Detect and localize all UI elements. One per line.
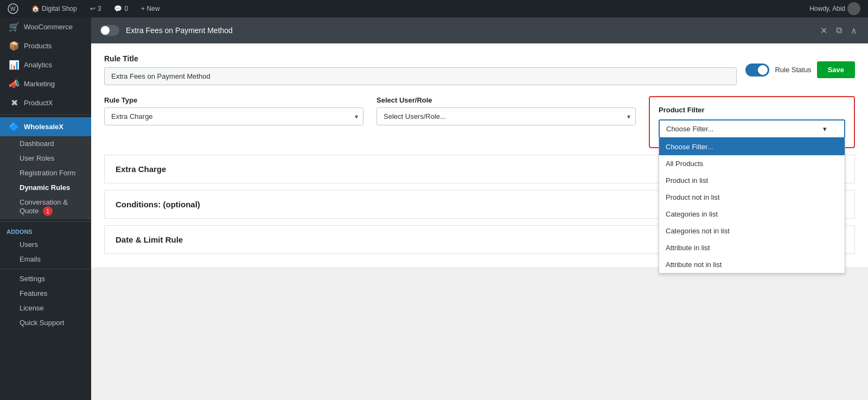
- close-rule-button[interactable]: ✕: [818, 23, 829, 38]
- sidebar-item-license[interactable]: License: [0, 301, 91, 315]
- sidebar-item-dashboard[interactable]: Dashboard: [0, 136, 91, 151]
- sidebar-item-products[interactable]: 📦 Products: [0, 36, 91, 55]
- sidebar-item-users[interactable]: Users: [0, 237, 91, 252]
- form-content: Rule Title Rule Status Save: [91, 43, 868, 267]
- copy-rule-button[interactable]: ⧉: [834, 23, 844, 37]
- revisions-btn[interactable]: ↩ 3: [87, 0, 105, 17]
- filter-option-all-products[interactable]: All Products: [659, 155, 845, 172]
- filter-option-product-not-in-list[interactable]: Product not in list: [659, 189, 845, 206]
- rule-title-label: Rule Title: [104, 54, 737, 63]
- sidebar: 🛒 WooCommerce 📦 Products 📊 Analytics 📣 M…: [0, 17, 91, 400]
- sidebar-item-user-roles[interactable]: User Roles: [0, 151, 91, 166]
- sidebar-item-features[interactable]: Features: [0, 286, 91, 301]
- rule-title-field-wrap: Rule Title: [104, 54, 737, 85]
- sidebar-item-productx[interactable]: ✖ ProductX: [0, 93, 91, 112]
- wholesalex-submenu: Dashboard User Roles Registration Form D…: [0, 136, 91, 219]
- filter-option-categories-not-in-list[interactable]: Categories not in list: [659, 223, 845, 239]
- rule-type-select[interactable]: Extra Charge: [104, 107, 363, 125]
- filter-select-display[interactable]: Choose Filter... ▾: [659, 119, 845, 138]
- rule-header-title: Extra Fees on Payment Method: [126, 26, 812, 35]
- conditions-title: Conditions: (optional): [116, 200, 200, 209]
- product-filter-label: Product Filter: [659, 106, 845, 114]
- divider-1: [0, 115, 91, 115]
- new-btn[interactable]: + New: [138, 0, 163, 17]
- revisions-icon: ↩: [90, 5, 95, 12]
- rule-title-bar: Extra Fees on Payment Method ✕ ⧉ ∧: [91, 17, 868, 43]
- user-role-col: Select User/Role Select Users/Role... ▾: [376, 96, 636, 125]
- collapse-rule-button[interactable]: ∧: [848, 23, 859, 38]
- filter-option-categories-in-list[interactable]: Categories in list: [659, 206, 845, 223]
- rule-title-row: Rule Title Rule Status Save: [104, 54, 855, 85]
- filter-option-product-in-list[interactable]: Product in list: [659, 172, 845, 189]
- divider-3: [0, 269, 91, 269]
- wp-logo-btn[interactable]: W: [4, 0, 22, 17]
- comments-btn[interactable]: 💬 0: [111, 0, 131, 17]
- filter-dropdown: Choose Filter... All Products Product in…: [659, 138, 845, 274]
- rule-status-label: Rule Status: [775, 66, 811, 74]
- avatar: [847, 2, 860, 15]
- user-role-label: Select User/Role: [376, 96, 636, 104]
- woocommerce-icon: 🛒: [9, 22, 20, 32]
- user-role-select[interactable]: Select Users/Role...: [376, 107, 636, 125]
- rule-enable-toggle[interactable]: [100, 25, 119, 36]
- wholesalex-icon: 🔷: [9, 122, 20, 132]
- rule-status-toggle[interactable]: [745, 64, 769, 77]
- home-icon: 🏠: [31, 5, 40, 12]
- filter-selected-value: Choose Filter...: [666, 125, 713, 133]
- products-icon: 📦: [9, 41, 20, 51]
- form-fields-row: Rule Type Extra Charge ▾ Select User/Rol…: [104, 96, 855, 148]
- rule-type-select-wrap: Extra Charge ▾: [104, 107, 363, 125]
- rule-title-actions: ✕ ⧉ ∧: [818, 23, 859, 38]
- main-wrapper: 🛒 WooCommerce 📦 Products 📊 Analytics 📣 M…: [0, 17, 868, 400]
- sidebar-item-conversation[interactable]: Conversation & Quote 1: [0, 195, 91, 219]
- addons-label: Addons: [0, 224, 91, 237]
- sidebar-item-dynamic-rules[interactable]: Dynamic Rules: [0, 180, 91, 195]
- filter-select-wrap: Choose Filter... ▾ Choose Filter... All …: [659, 119, 845, 138]
- rule-status-row: Rule Status Save: [745, 61, 855, 78]
- user-role-select-wrap: Select Users/Role... ▾: [376, 107, 636, 125]
- rule-type-col: Rule Type Extra Charge ▾: [104, 96, 363, 125]
- sidebar-item-emails[interactable]: Emails: [0, 252, 91, 266]
- admin-bar: W 🏠 Digital Shop ↩ 3 💬 0 + New Howdy, Ab…: [0, 0, 868, 17]
- productx-icon: ✖: [9, 98, 20, 108]
- filter-option-attribute-in-list[interactable]: Attribute in list: [659, 239, 845, 256]
- sidebar-item-registration-form[interactable]: Registration Form: [0, 166, 91, 180]
- product-filter-box: Product Filter Choose Filter... ▾ Choose…: [649, 96, 855, 148]
- divider-2: [0, 221, 91, 222]
- filter-option-choose[interactable]: Choose Filter...: [659, 138, 845, 155]
- analytics-icon: 📊: [9, 60, 20, 70]
- sidebar-item-wholesalex[interactable]: 🔷 WholesaleX: [0, 117, 91, 136]
- howdy-btn[interactable]: Howdy, Abid: [806, 0, 864, 17]
- content-area: Extra Fees on Payment Method ✕ ⧉ ∧ Rule …: [91, 17, 868, 400]
- conversation-badge: 1: [43, 206, 53, 216]
- marketing-icon: 📣: [9, 79, 20, 89]
- sidebar-item-quick-support[interactable]: Quick Support: [0, 315, 91, 330]
- filter-option-attribute-not-in-list[interactable]: Attribute not in list: [659, 256, 845, 273]
- svg-text:W: W: [10, 6, 16, 12]
- site-name-btn[interactable]: 🏠 Digital Shop: [28, 0, 80, 17]
- save-button[interactable]: Save: [817, 61, 855, 78]
- sidebar-item-settings[interactable]: Settings: [0, 271, 91, 286]
- date-limit-title: Date & Limit Rule: [116, 235, 183, 244]
- extra-charge-title: Extra Charge: [116, 164, 166, 174]
- filter-chevron-icon: ▾: [823, 125, 827, 133]
- sidebar-item-woocommerce[interactable]: 🛒 WooCommerce: [0, 17, 91, 36]
- comments-icon: 💬: [114, 5, 122, 12]
- rule-title-input[interactable]: [104, 67, 737, 85]
- sidebar-item-analytics[interactable]: 📊 Analytics: [0, 55, 91, 74]
- rule-type-label: Rule Type: [104, 96, 363, 104]
- sidebar-item-marketing[interactable]: 📣 Marketing: [0, 74, 91, 93]
